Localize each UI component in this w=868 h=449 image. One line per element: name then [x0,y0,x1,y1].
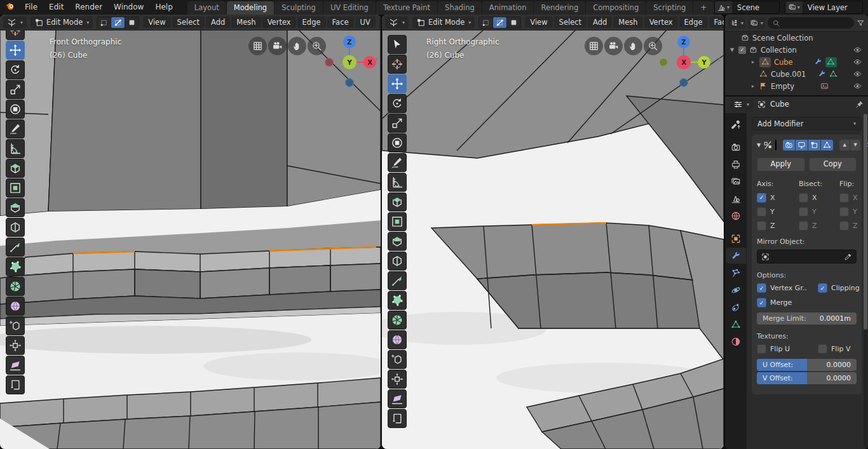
viewport-scene-right[interactable] [382,30,724,449]
scale-tool[interactable] [388,114,407,133]
knife-tool[interactable] [6,238,25,257]
viewport-menu[interactable]: Vertex [644,17,678,28]
shear-tool[interactable] [388,389,407,408]
bevel-tool[interactable] [6,198,25,217]
camera-view-icon[interactable] [604,37,623,55]
measure-tool[interactable] [6,139,25,158]
outliner-row-collection[interactable]: ▼ ✓ Collection [725,44,868,56]
panel-expand-icon[interactable]: ▼ [757,142,761,148]
viewport-menu[interactable]: Add [588,17,612,28]
workspace-tab[interactable]: UV Editing [323,1,376,15]
rotate-tool[interactable] [6,60,25,79]
disclosure-triangle-icon[interactable]: ▼ [729,47,735,53]
scale-tool[interactable] [6,80,25,99]
move-tool[interactable] [6,41,25,60]
workspace-tab[interactable]: Texture Paint [376,1,437,15]
world-tab[interactable] [726,208,746,224]
annotate-tool[interactable] [388,153,407,172]
viewport-menu[interactable]: View [525,17,552,28]
filter-icon[interactable] [857,19,865,27]
inset-faces-tool[interactable] [6,178,25,198]
move-down-icon[interactable]: ▼ [850,140,860,151]
modifiers-tab[interactable] [726,248,746,264]
workspace-tab[interactable]: Rendering [534,1,585,15]
viewport-right[interactable]: ▾ Edit Mode▾ ViewSelectAddMeshVertexEdge… [382,15,724,449]
viewport-menu[interactable]: Face [327,17,354,28]
on-cage-toggle-icon[interactable] [821,140,833,151]
modifier-name-field[interactable] [775,140,776,151]
merge-checkbox[interactable]: Merge [757,298,818,307]
navigation-gizmo[interactable]: Z X Y [321,34,379,92]
workspace-tab[interactable]: Layout [187,1,226,15]
rip-region-tool[interactable] [388,409,407,428]
transform-tool[interactable] [6,100,25,119]
viewport-menu[interactable]: Select [554,17,587,28]
viewport-scene-front[interactable] [0,30,381,449]
flip-v-checkbox[interactable]: Flip V [818,344,857,354]
knife-tool[interactable] [388,271,407,290]
edit-mode-toggle-icon[interactable] [808,140,820,151]
shear-tool[interactable] [6,356,25,375]
viewport-menu[interactable]: Add [206,17,230,28]
expander-icon[interactable]: ▸ [750,59,756,65]
topbar-menu[interactable]: File [19,0,43,15]
loop-cut-tool[interactable] [6,218,25,237]
spin-tool[interactable] [6,277,25,296]
transform-orientation-dropdown[interactable]: Glo [379,17,381,29]
outliner-row-scene-collection[interactable]: Scene Collection [725,32,868,44]
copy-button[interactable]: Copy [809,157,857,171]
vertex-groups-checkbox[interactable]: Vertex Gr.. [757,283,818,293]
outliner-search-input[interactable] [768,17,854,29]
v-offset-slider[interactable]: V Offset: 0.0000 [757,372,857,384]
viewport-menu[interactable]: Vertex [262,17,296,28]
u-offset-slider[interactable]: U Offset: 0.0000 [757,359,857,371]
edge-select-button[interactable] [111,17,125,28]
axis-x-checkbox[interactable]: X [757,193,799,202]
blender-logo-icon[interactable] [5,1,15,13]
topbar-menu[interactable]: Render [69,0,108,15]
shrink-fatten-tool[interactable] [388,370,407,389]
realtime-toggle-icon[interactable] [796,140,808,151]
viewport-menu[interactable]: Edge [679,17,708,28]
measure-tool[interactable] [388,173,407,192]
loop-cut-tool[interactable] [388,251,407,271]
topbar-menu[interactable]: Help [149,0,178,15]
editor-type-button[interactable]: ▾ [3,17,27,29]
toggle-perspective-icon[interactable] [585,37,603,55]
edge-slide-tool[interactable] [388,350,407,369]
workspace-tab[interactable]: Scripting [646,1,693,15]
extrude-region-tool[interactable] [6,159,25,178]
visibility-eye-icon[interactable] [853,70,862,78]
scene-tab[interactable] [726,191,746,206]
navigation-gizmo[interactable]: Z Y X [655,34,714,92]
view-layer-browse-button[interactable]: ▾ [785,1,803,13]
annotate-tool[interactable] [6,119,25,138]
pin-icon[interactable] [855,100,864,109]
outliner-editor-type-button[interactable]: ▾ [728,17,745,29]
view-layer-name[interactable]: View Layer [803,3,863,12]
vertex-select-button[interactable] [97,17,111,28]
bisect-z-checkbox[interactable]: Z [799,221,839,230]
material-tab[interactable] [726,333,746,349]
shrink-fatten-tool[interactable] [6,336,25,355]
axis-y-checkbox[interactable]: Y [757,207,799,216]
poly-build-tool[interactable] [388,291,407,310]
viewport-menu[interactable]: Edge [297,17,326,28]
spin-tool[interactable] [388,311,407,330]
toggle-perspective-icon[interactable] [248,37,267,55]
editor-type-button[interactable]: ▾ [385,17,409,29]
output-tab[interactable] [726,156,746,172]
clipping-checkbox[interactable]: Clipping [818,283,860,293]
viewport-menu[interactable]: Face [709,17,724,28]
viewport-menu[interactable]: Select [172,17,205,28]
pan-view-icon[interactable] [288,37,306,55]
viewport-menu[interactable]: View [143,17,170,28]
eyedropper-icon[interactable] [844,253,852,261]
vertex-select-button[interactable] [479,17,492,28]
viewport-menu[interactable]: Mesh [613,17,642,28]
scrollbar-thumb[interactable] [864,114,867,330]
flip-y-checkbox[interactable]: Y [839,207,858,216]
expander-icon[interactable]: ▸ [750,83,756,89]
cursor-tool[interactable] [388,55,407,74]
particles-tab[interactable] [726,265,746,281]
